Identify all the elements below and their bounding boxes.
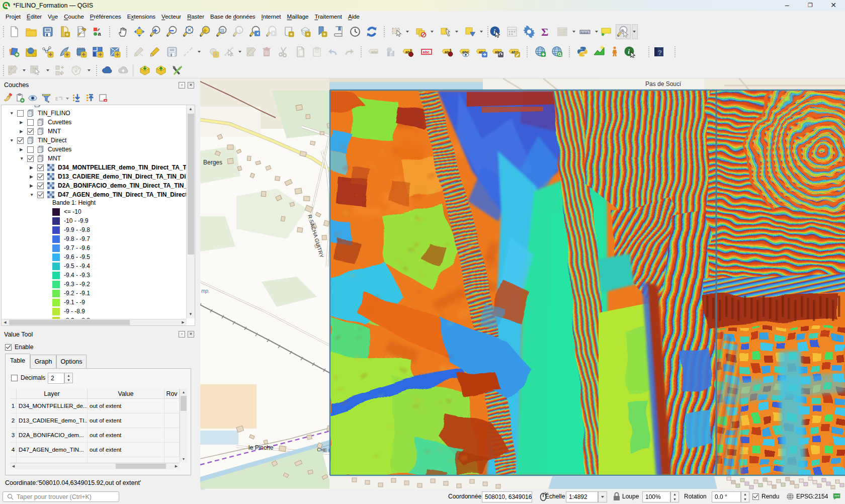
svg-text:abc: abc bbox=[371, 50, 378, 54]
svg-text:i: i bbox=[628, 48, 630, 55]
svg-text:?: ? bbox=[658, 49, 662, 56]
svg-text:ε: ε bbox=[55, 95, 58, 102]
svg-text:le Pinche: le Pinche bbox=[248, 444, 274, 451]
svg-text:Σ: Σ bbox=[541, 26, 548, 38]
svg-text:Pas de Souci: Pas de Souci bbox=[645, 80, 681, 88]
svg-text:mp.: mp. bbox=[201, 288, 210, 294]
svg-text:a: a bbox=[98, 31, 102, 37]
svg-text:Berges: Berges bbox=[203, 159, 222, 166]
svg-text:1:1: 1:1 bbox=[236, 29, 241, 33]
svg-text:ε: ε bbox=[60, 71, 62, 76]
svg-text:abc: abc bbox=[423, 50, 430, 54]
